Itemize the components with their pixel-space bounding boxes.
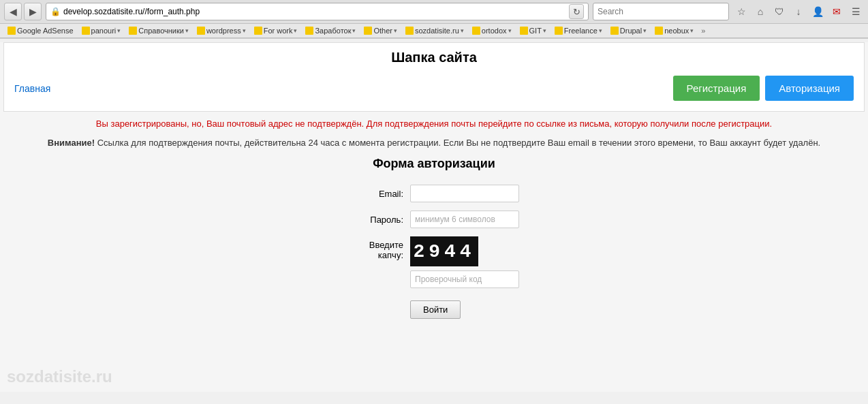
bookmark-icon: [197, 27, 205, 35]
bookmark-label: neobux: [664, 27, 689, 35]
captcha-input[interactable]: [410, 270, 519, 288]
header-buttons: Регистрация Авторизация: [673, 76, 854, 101]
back-button[interactable]: ◀: [4, 3, 22, 20]
bookmark-zarabotok[interactable]: Заработок ▾: [302, 26, 359, 35]
email-row: Email:: [349, 185, 519, 202]
bookmark-google-adsense[interactable]: Google AdSense: [4, 26, 77, 35]
notification-warning-message: Внимание! Ссылка для подтверждения почты…: [7, 136, 861, 151]
user-icon[interactable]: 👤: [809, 3, 826, 20]
bookmark-label: Google AdSense: [17, 27, 74, 35]
notification-red-message: Вы зарегистрированы, но, Ваш почтовый ад…: [7, 117, 861, 131]
lock-icon: 🔒: [50, 7, 61, 16]
bookmark-label: panouri: [91, 27, 117, 35]
url-input[interactable]: [63, 7, 566, 16]
bookmark-label: sozdatisite.ru: [415, 27, 459, 35]
bookmark-icon: [405, 27, 414, 35]
site-nav: Главная Регистрация Авторизация: [14, 72, 854, 104]
password-row: Пароль:: [349, 211, 519, 228]
bookmarks-bar: Google AdSense panouri ▾ Справочники ▾ w…: [0, 24, 868, 38]
submit-button[interactable]: Войти: [410, 300, 461, 319]
browser-toolbar: ◀ ▶ 🔒 ↻ ☆ ⌂ 🛡 ↓ 👤 ✉ ☰: [0, 0, 868, 24]
bookmark-label: wordpress: [206, 27, 241, 35]
bookmark-label: Drupal: [620, 27, 642, 35]
watermark: sozdatisite.ru: [7, 367, 112, 386]
captcha-image: 2944: [410, 236, 478, 266]
bookmark-label: For work: [264, 27, 293, 35]
download-icon[interactable]: ↓: [790, 3, 807, 20]
bookmark-icon: [520, 27, 528, 35]
bookmark-label: Справочники: [138, 27, 184, 35]
chevron-down-icon: ▾: [352, 27, 356, 34]
chevron-down-icon: ▾: [394, 27, 397, 34]
password-input[interactable]: [410, 211, 519, 228]
nav-buttons: ◀ ▶: [4, 3, 42, 20]
chevron-down-icon: ▾: [508, 27, 512, 34]
bookmark-wordpress[interactable]: wordpress ▾: [193, 26, 249, 35]
bookmark-neobux[interactable]: neobux ▾: [651, 26, 697, 35]
bookmark-icon: [655, 27, 663, 35]
captcha-content: 2944: [410, 236, 519, 288]
page-wrapper: Шапка сайта Главная Регистрация Авториза…: [0, 42, 868, 392]
nav-home-link[interactable]: Главная: [14, 83, 50, 94]
chevron-down-icon: ▾: [690, 27, 694, 34]
menu-icon[interactable]: ☰: [848, 3, 864, 20]
bookmark-git[interactable]: GIT ▾: [516, 26, 550, 35]
chevron-down-icon: ▾: [599, 27, 602, 34]
chevron-down-icon: ▾: [643, 27, 647, 34]
chevron-down-icon: ▾: [294, 27, 297, 34]
password-label: Пароль:: [349, 215, 403, 225]
bookmark-label: GIT: [529, 27, 542, 35]
bookmark-label: Other: [373, 27, 392, 35]
forward-button[interactable]: ▶: [24, 3, 42, 20]
bookmark-icon: [82, 27, 90, 35]
submit-row: Войти: [410, 296, 519, 319]
more-bookmarks-icon[interactable]: »: [701, 27, 705, 35]
home-icon[interactable]: ⌂: [752, 3, 769, 20]
chevron-down-icon: ▾: [243, 27, 246, 34]
bookmark-icon: [472, 27, 480, 35]
search-bar[interactable]: [593, 3, 729, 20]
bookmark-ortodox[interactable]: ortodox ▾: [469, 26, 515, 35]
bookmark-icon: [7, 27, 16, 35]
bookmark-label: Freelance: [564, 27, 598, 35]
email-label: Email:: [349, 189, 403, 199]
bookmark-icon: [364, 27, 372, 35]
browser-chrome: ◀ ▶ 🔒 ↻ ☆ ⌂ 🛡 ↓ 👤 ✉ ☰ Google AdSense p: [0, 0, 868, 39]
bookmark-spravochniki[interactable]: Справочники ▾: [125, 26, 192, 35]
chevron-down-icon: ▾: [185, 27, 189, 34]
chevron-down-icon: ▾: [461, 27, 464, 34]
captcha-label: Введитекапчу:: [349, 236, 403, 260]
mail-icon[interactable]: ✉: [828, 3, 845, 20]
refresh-button[interactable]: ↻: [569, 4, 584, 19]
bookmark-other[interactable]: Other ▾: [360, 26, 401, 35]
bookmark-label: ortodox: [482, 27, 507, 35]
registration-button[interactable]: Регистрация: [673, 76, 760, 101]
bookmark-icon: [555, 27, 563, 35]
bookmark-icon: [129, 27, 137, 35]
address-bar[interactable]: 🔒 ↻: [46, 3, 589, 20]
search-input[interactable]: [598, 7, 724, 16]
bookmark-icon: [254, 27, 262, 35]
bookmark-icon: [305, 27, 313, 35]
email-input[interactable]: [410, 185, 519, 202]
site-header: Шапка сайта Главная Регистрация Авториза…: [3, 42, 865, 112]
bookmark-panouri[interactable]: panouri ▾: [78, 26, 125, 35]
browser-icons: ☆ ⌂ 🛡 ↓ 👤 ✉ ☰: [733, 3, 864, 20]
bookmark-icon: [610, 27, 619, 35]
bookmark-drupal[interactable]: Drupal ▾: [607, 26, 650, 35]
bookmark-freelance[interactable]: Freelance ▾: [551, 26, 606, 35]
bookmark-label: Заработок: [315, 27, 351, 35]
site-title: Шапка сайта: [14, 50, 854, 65]
form-section: Форма авторизации Email: Пароль: Введите…: [0, 157, 868, 319]
warning-text: Ссылка для подтверждения почты, действит…: [95, 138, 820, 148]
authorization-button[interactable]: Авторизация: [765, 76, 854, 101]
star-icon[interactable]: ☆: [733, 3, 749, 20]
chevron-down-icon: ▾: [543, 27, 546, 34]
shield-icon[interactable]: 🛡: [771, 3, 788, 20]
captcha-row: Введитекапчу: 2944: [349, 236, 519, 288]
bookmark-sozdatisite[interactable]: sozdatisite.ru ▾: [402, 26, 467, 35]
bookmark-for-work[interactable]: For work ▾: [251, 26, 301, 35]
notification-area: Вы зарегистрированы, но, Ваш почтовый ад…: [7, 117, 861, 150]
form-title: Форма авторизации: [0, 157, 868, 171]
warning-prefix: Внимание!: [48, 138, 95, 148]
